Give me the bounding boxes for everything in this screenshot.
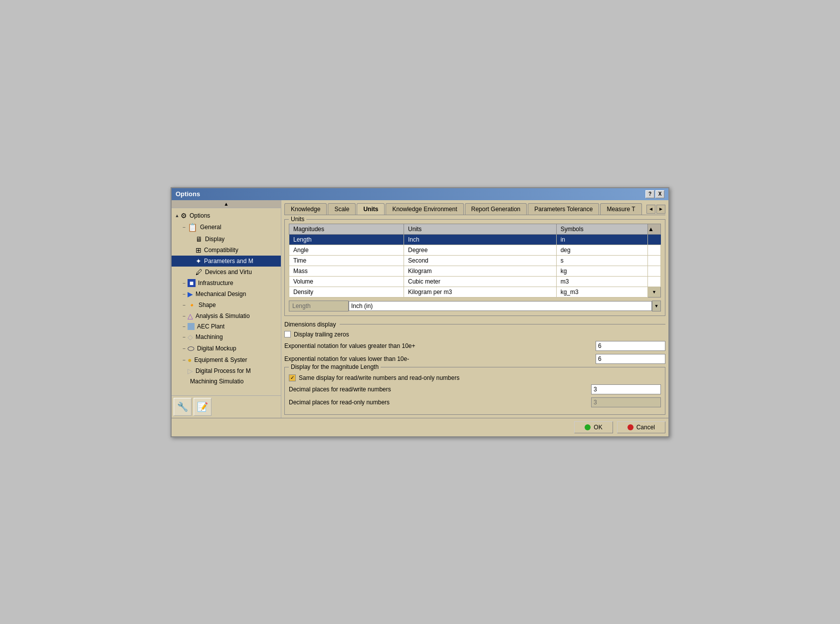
tab-units[interactable]: Units: [357, 203, 385, 215]
sidebar-item-shape[interactable]: – 🔸 Shape: [172, 300, 281, 311]
cell-symbol-length: in: [556, 234, 647, 245]
tab-params-tol[interactable]: Parameters Tolerance: [528, 203, 599, 215]
mechanical-icon: ▶: [188, 290, 193, 298]
same-display-label: Same display for read/write numbers and …: [299, 374, 459, 381]
tab-report-gen[interactable]: Report Generation: [465, 203, 527, 215]
options-window: Options ? X ▲ ▲ ⚙ Options – 📋 General: [171, 187, 669, 437]
cell-unit-mass: Kilogram: [404, 266, 557, 276]
sidebar-item-digital-mockup[interactable]: – ⬭ Digital Mockup: [172, 342, 281, 354]
tab-measure[interactable]: Measure T: [600, 203, 641, 215]
units-group-title: Units: [289, 216, 306, 223]
sidebar-item-machining-sim[interactable]: Machining Simulatio: [172, 376, 281, 386]
cell-symbol-angle: deg: [556, 245, 647, 255]
sidebar-item-mechanical[interactable]: – ▶ Mechanical Design: [172, 289, 281, 300]
cancel-button[interactable]: Cancel: [617, 421, 665, 433]
sidebar-label-aec: AEC Plant: [197, 323, 224, 330]
sidebar-item-devices[interactable]: 🖊 Devices and Virtu: [172, 267, 281, 278]
cell-symbol-time: s: [556, 255, 647, 266]
sidebar-item-display[interactable]: 🖥 Display: [172, 234, 281, 245]
sidebar-item-digital-process[interactable]: ▷ Digital Process for M: [172, 365, 281, 376]
help-button[interactable]: ?: [645, 190, 654, 198]
sidebar-item-machining[interactable]: – ◇ Machining: [172, 331, 281, 342]
window-title: Options: [176, 190, 200, 198]
sidebar-label-digital-process: Digital Process for M: [196, 367, 251, 374]
magnitude-group: Display for the magnitude Length ✓ Same …: [284, 367, 665, 415]
sidebar-item-infrastructure[interactable]: – ■ Infrastructure: [172, 278, 281, 289]
sidebar-item-aec[interactable]: – AEC Plant: [172, 321, 281, 331]
table-scroll-wrap: Magnitudes Units Symbols ▲ Length Inch i…: [289, 224, 661, 298]
dropdown-select[interactable]: Inch (in): [349, 301, 652, 311]
expander-machining: –: [181, 334, 188, 339]
cell-magnitude-length: Length: [289, 234, 404, 245]
cell-unit-time: Second: [404, 255, 557, 266]
ok-button[interactable]: OK: [574, 421, 613, 433]
exp-lower-label: Exponential notation for values lower th…: [284, 355, 596, 362]
dropdown-label: Length: [289, 301, 349, 312]
decimal-readwrite-row: Decimal places for read/write numbers: [289, 384, 661, 394]
tab-knowledge-env[interactable]: Knowledge Environment: [386, 203, 463, 215]
sidebar-label-compatibility: Compatibility: [204, 247, 238, 254]
table-row-density[interactable]: Density Kilogram per m3 kg_m3 ▼: [289, 287, 661, 297]
table-scroll-up-btn[interactable]: ▲: [648, 224, 661, 234]
close-button[interactable]: X: [655, 190, 664, 198]
digital-mockup-icon: ⬭: [188, 344, 195, 353]
cell-spacer-angle: [648, 245, 661, 255]
dropdown-arrow[interactable]: ▼: [652, 301, 661, 312]
general-icon: 📋: [188, 223, 198, 232]
cell-unit-angle: Degree: [404, 245, 557, 255]
sidebar-bottom-icon-1[interactable]: 🔧: [174, 398, 192, 416]
sidebar-bottom-icon-2[interactable]: 📝: [194, 398, 211, 416]
table-scroll-down-btn[interactable]: ▼: [648, 287, 661, 297]
tabs-container: Knowledge Scale Units Knowledge Environm…: [284, 203, 644, 215]
expander-aec: –: [181, 324, 188, 329]
cell-symbol-mass: kg: [556, 266, 647, 276]
tab-scale[interactable]: Scale: [328, 203, 356, 215]
sidebar-item-equipment[interactable]: – ● Equipment & Syster: [172, 354, 281, 365]
sidebar-label-general: General: [200, 224, 221, 231]
sidebar-item-parameters[interactable]: ✦ Parameters and M: [172, 256, 281, 267]
units-group: Units Magnitudes Units Symbols ▲: [284, 219, 665, 316]
cell-magnitude-volume: Volume: [289, 276, 404, 287]
units-table: Magnitudes Units Symbols ▲ Length Inch i…: [289, 224, 661, 298]
cell-spacer-time: [648, 255, 661, 266]
magnitude-group-title: Display for the magnitude Length: [289, 363, 381, 370]
exp-lower-input[interactable]: [596, 354, 665, 364]
digital-process-icon: ▷: [188, 367, 193, 375]
cell-magnitude-density: Density: [289, 287, 404, 297]
table-row-time[interactable]: Time Second s: [289, 255, 661, 266]
cell-symbol-density: kg_m3: [556, 287, 647, 297]
trailing-zeros-checkbox[interactable]: [284, 331, 291, 337]
decimal-readonly-label: Decimal places for read-only numbers: [289, 399, 591, 406]
bottom-bar: OK Cancel: [172, 418, 668, 436]
tab-nav-prev[interactable]: ◄: [646, 205, 655, 214]
table-row-length[interactable]: Length Inch in: [289, 234, 661, 245]
sidebar-label-display: Display: [205, 236, 224, 243]
expander-equipment: –: [181, 357, 188, 362]
sidebar-label-machining: Machining: [196, 333, 223, 340]
sidebar-label-analysis: Analysis & Simulatio: [196, 312, 250, 319]
tab-nav-next[interactable]: ►: [656, 205, 665, 214]
cell-unit-length: Inch: [404, 234, 557, 245]
dimensions-title: Dimensions display: [284, 321, 665, 328]
sidebar-label-parameters: Parameters and M: [204, 258, 253, 265]
table-row-mass[interactable]: Mass Kilogram kg: [289, 266, 661, 276]
sidebar-item-options[interactable]: ▲ ⚙ Options: [172, 210, 281, 221]
tab-knowledge[interactable]: Knowledge: [284, 203, 327, 215]
sidebar-item-analysis[interactable]: – △ Analysis & Simulatio: [172, 311, 281, 321]
table-row-angle[interactable]: Angle Degree deg: [289, 245, 661, 255]
decimal-readonly-row: Decimal places for read-only numbers: [289, 397, 661, 407]
sidebar-item-compatibility[interactable]: ⊞ Compatibility: [172, 245, 281, 256]
cancel-label: Cancel: [636, 424, 655, 431]
title-bar: Options ? X: [172, 188, 668, 200]
exp-greater-input[interactable]: [596, 341, 665, 351]
col-magnitudes: Magnitudes: [289, 224, 404, 234]
aec-icon: [188, 323, 195, 330]
sidebar-scroll-up[interactable]: ▲: [172, 200, 281, 208]
table-row-volume[interactable]: Volume Cubic meter m3: [289, 276, 661, 287]
options-icon: ⚙: [181, 212, 187, 220]
sidebar-item-general[interactable]: – 📋 General: [172, 221, 281, 234]
same-display-checkbox[interactable]: ✓: [289, 374, 296, 381]
devices-icon: 🖊: [196, 268, 203, 276]
expander-options: ▲: [174, 213, 181, 218]
decimal-readwrite-input[interactable]: [591, 384, 661, 394]
